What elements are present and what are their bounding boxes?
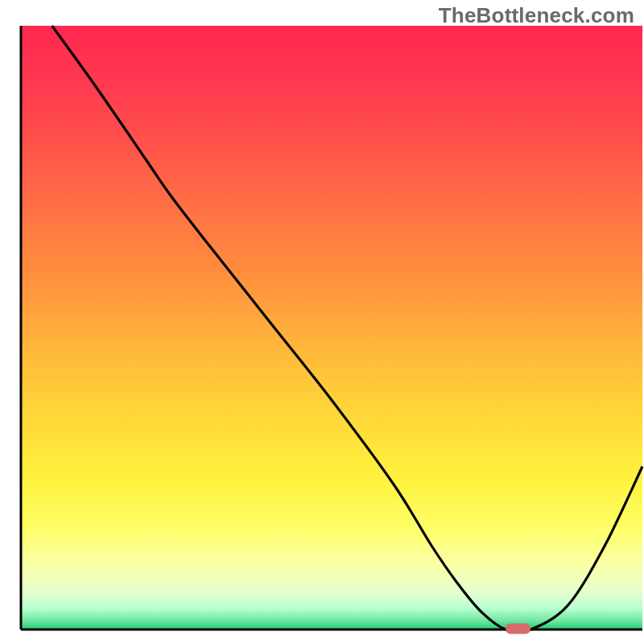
chart-container: TheBottleneck.com	[0, 0, 644, 644]
bottleneck-chart	[0, 0, 644, 644]
watermark-label: TheBottleneck.com	[439, 3, 634, 28]
plot-background	[21, 26, 642, 630]
optimal-range-marker	[506, 624, 530, 634]
